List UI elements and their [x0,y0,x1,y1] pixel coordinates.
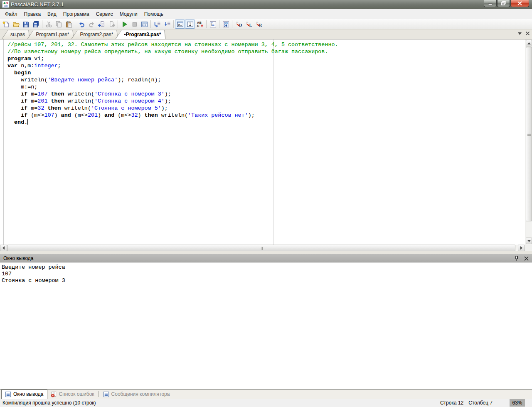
save-icon [22,21,30,28]
scroll-left-button[interactable] [0,245,7,251]
toolbar-button-step-over[interactable] [152,20,162,29]
run-icon [121,21,128,28]
copy-icon [55,21,62,28]
code-line-7: m:=n; [7,83,338,91]
status-column: Столбец 7 [468,400,493,406]
toolbar-button-undo[interactable] [76,20,86,29]
vertical-scrollbar[interactable] [525,39,532,245]
bottom-tab-separator [174,391,174,397]
toolbar-button-paste[interactable] [64,20,74,29]
status-message: Компиляция прошла успешно (10 строк) [2,400,96,406]
toolbar-button-new-file[interactable] [1,20,11,29]
toolbar-button-convert-d[interactable]: D [234,20,244,29]
code-icon: CODE [222,21,229,28]
document-tab-4[interactable]: •Program3.pas* [115,30,165,39]
toolbar-button-nav-forward[interactable] [106,20,116,29]
output-panel-title: Окно вывода [3,255,34,261]
stop-icon [131,21,138,28]
svg-text:L: L [249,23,252,27]
toolbar-button-copy[interactable] [54,20,64,29]
bottom-tab-label: Окно вывода [13,391,44,397]
tab-list-dropdown-icon[interactable] [518,32,522,35]
scroll-down-button[interactable] [526,238,532,244]
toolbar-button-show-form[interactable] [139,20,149,29]
console-window-icon [177,21,184,28]
scroll-up-button[interactable] [526,40,532,47]
menu-item-7[interactable]: Помощь [141,10,167,19]
svg-text:D: D [239,23,242,27]
ibeam-window-icon [187,21,194,28]
toolbar-button-save-all[interactable] [31,20,41,29]
minimize-button[interactable] [484,0,497,7]
tab-close-icon[interactable] [526,32,530,35]
toolbar-separator [150,20,151,28]
tab-label: su.pas [10,32,25,37]
app-icon: AB.net [2,1,9,8]
cut-icon [45,21,52,28]
menu-item-3[interactable]: Вид [44,10,60,19]
document-tab-bar: su.pasProgram1.pas*Program2.pas*•Program… [0,29,532,39]
bottom-tab-bar: Окно выводаСписок ошибокСообщения компил… [0,389,532,399]
window-title: PascalABC.NET 3.7.1 [11,1,64,7]
doc-d-icon: D [235,21,242,28]
horizontal-scrollbar[interactable] [0,245,525,251]
toolbar-button-code-template[interactable]: CODE [221,20,231,29]
pin-icon[interactable] [514,256,519,261]
scroll-right-icon [520,246,522,250]
scroll-right-button[interactable] [518,245,525,251]
toolbar-button-cut[interactable] [44,20,54,29]
code-line-2: //По известному номеру рейса определить,… [7,48,338,55]
toolbar-button-console-toggle[interactable] [175,20,185,29]
horizontal-scroll-thumb[interactable] [7,245,515,251]
close-button[interactable] [510,0,529,7]
toolbar-button-convert-l[interactable]: L [244,20,254,29]
bottom-tab-1[interactable]: Окно вывода [1,390,47,399]
menu-item-5[interactable]: Сервис [93,10,116,19]
output-window[interactable]: Введите номер рейса107Стоянка с номером … [0,262,532,389]
undo-icon [78,21,85,28]
toolbar-button-insert-mode-toggle[interactable] [185,20,195,29]
code-line-8: if m=107 then writeln('Стоянка с номером… [7,91,338,98]
toolbar-button-structure[interactable] [208,20,218,29]
document-tab-1[interactable]: su.pas [2,30,30,39]
save-all-icon [32,21,39,28]
toolbar-button-step-into[interactable] [162,20,172,29]
status-bar: Компиляция прошла успешно (10 строк) Стр… [0,399,532,407]
scroll-down-icon [527,240,531,242]
open-folder-icon [12,21,20,28]
vertical-scroll-thumb[interactable] [526,47,532,221]
toolbar-button-run[interactable] [119,20,129,29]
minimize-icon [488,2,493,5]
scroll-up-icon [527,42,531,44]
tab-label: Program2.pas* [80,32,113,37]
toolbar-separator [206,20,207,28]
bottom-tab-3[interactable]: Сообщения компилятора [100,390,173,399]
lines-arrow-1-icon [154,21,161,28]
menu-item-1[interactable]: Файл [2,10,21,19]
restore-button[interactable] [497,0,510,7]
document-tab-2[interactable]: Program1.pas* [27,30,74,39]
code-line-10: if m=32 then writeln('Стоянка с номером … [7,105,338,112]
list-blue-icon [103,391,109,397]
menu-item-4[interactable]: Программа [60,10,93,19]
page-arrow-left-icon [98,21,105,28]
toolbar-button-redo[interactable] [86,20,96,29]
menu-item-6[interactable]: Модули [116,10,141,19]
menu-item-2[interactable]: Правка [21,10,44,19]
document-tab-3[interactable]: Program2.pas* [71,30,118,39]
toolbar-button-abc-plus[interactable]: ABC [195,20,205,29]
svg-text:R: R [259,23,262,27]
toolbar-button-save[interactable] [21,20,31,29]
toolbar-button-stop[interactable] [129,20,139,29]
output-close-icon[interactable] [524,256,529,261]
new-file-icon [2,21,10,28]
bottom-tab-2[interactable]: Список ошибок [47,390,98,399]
toolbar-button-open-file[interactable] [11,20,21,29]
toolbar-separator [118,20,118,28]
status-line: Строка 12 [440,400,463,406]
toolbar-button-nav-back[interactable] [96,20,106,29]
redo-icon [88,21,95,28]
toolbar-button-convert-r[interactable]: R [254,20,264,29]
toolbar-separator [219,20,219,28]
doc-l-icon: L [245,21,252,28]
